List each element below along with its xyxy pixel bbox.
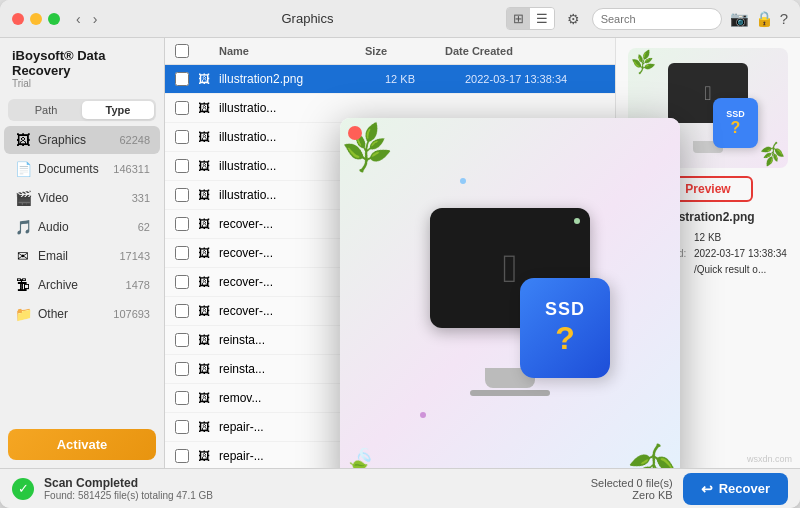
sidebar-count-video: 331 [132,192,150,204]
forward-button[interactable]: › [89,9,102,29]
row-checkbox[interactable] [175,72,189,86]
popup-close-button[interactable] [348,126,362,140]
audio-icon: 🎵 [14,218,32,236]
status-bar: ✓ Scan Completed Found: 581425 file(s) t… [0,468,800,508]
view-toggle: ⊞ ☰ [506,7,555,30]
ssd-illustration: SSD ? [520,278,610,378]
sidebar-label-documents: Documents [38,162,113,176]
row-checkbox[interactable] [175,420,189,434]
file-type-icon: 🖼 [195,128,213,146]
leaf-decoration-bl: 🍃 [343,442,379,468]
toolbar-icon-buttons: 📷 🔒 ? [730,10,788,28]
graphics-icon: 🖼 [14,131,32,149]
sidebar-count-audio: 62 [138,221,150,233]
dot-accent [460,178,466,184]
selected-files-count: Selected 0 file(s) [591,477,673,489]
search-input[interactable] [592,8,722,30]
sidebar-label-graphics: Graphics [38,133,119,147]
email-icon: ✉ [14,247,32,265]
nav-buttons: ‹ › [72,9,101,29]
row-checkbox[interactable] [175,101,189,115]
leaf-small-br: 🌿 [759,139,787,167]
filter-button[interactable]: ⚙ [563,9,584,29]
info-icon-button[interactable]: 🔒 [755,10,774,28]
row-checkbox[interactable] [175,217,189,231]
file-type-icon: 🖼 [195,70,213,88]
leaf-decoration-br: 🌿 [623,438,680,468]
sidebar-item-documents[interactable]: 📄 Documents 146311 [4,155,160,183]
sidebar-item-email[interactable]: ✉ Email 17143 [4,242,160,270]
sidebar-item-other[interactable]: 📁 Other 107693 [4,300,160,328]
ssd-q-icon: ? [731,119,741,137]
row-checkbox[interactable] [175,246,189,260]
traffic-lights [12,13,60,25]
sidebar: iBoysoft® Data Recovery Trial Path Type … [0,38,165,468]
help-icon-button[interactable]: ? [780,10,788,28]
grid-view-button[interactable]: ⊞ [507,8,530,29]
sidebar-label-video: Video [38,191,132,205]
video-icon: 🎬 [14,189,32,207]
trial-badge: Trial [12,78,152,89]
selected-files-info: Selected 0 file(s) Zero KB [591,477,673,501]
file-size: 12 KB [385,73,465,85]
sidebar-count-documents: 146311 [113,163,150,175]
thumbnail-apple-icon:  [704,82,711,105]
popup-image-content: 🌿 🌿 🍃  SSD ? [340,118,680,468]
file-type-icon: 🖼 [195,360,213,378]
tab-path[interactable]: Path [10,101,82,119]
file-type-icon: 🖼 [195,99,213,117]
other-icon: 📁 [14,305,32,323]
row-checkbox[interactable] [175,333,189,347]
row-checkbox[interactable] [175,275,189,289]
file-type-icon: 🖼 [195,157,213,175]
camera-icon-button[interactable]: 📷 [730,10,749,28]
ssd-label: SSD [545,299,585,320]
file-type-icon: 🖼 [195,331,213,349]
table-row[interactable]: 🖼 illustration2.png 12 KB 2022-03-17 13:… [165,65,615,94]
select-all-checkbox[interactable] [175,44,189,58]
back-button[interactable]: ‹ [72,9,85,29]
sidebar-item-video[interactable]: 🎬 Video 331 [4,184,160,212]
file-type-icon: 🖼 [195,215,213,233]
title-bar: ‹ › Graphics ⊞ ☰ ⚙ 📷 🔒 ? [0,0,800,38]
row-checkbox[interactable] [175,449,189,463]
recover-label: Recover [719,481,770,496]
file-type-icon: 🖼 [195,273,213,291]
scan-complete-label: Scan Completed [44,476,581,490]
row-checkbox[interactable] [175,188,189,202]
sidebar-item-archive[interactable]: 🗜 Archive 1478 [4,271,160,299]
file-type-icon: 🖼 [195,447,213,465]
sidebar-item-audio[interactable]: 🎵 Audio 62 [4,213,160,241]
row-checkbox[interactable] [175,391,189,405]
selected-files-size: Zero KB [591,489,673,501]
file-type-icon: 🖼 [195,389,213,407]
tab-type[interactable]: Type [82,101,154,119]
close-button[interactable] [12,13,24,25]
row-checkbox[interactable] [175,304,189,318]
file-type-icon: 🖼 [195,302,213,320]
size-value: 12 KB [694,230,721,246]
scan-text: Scan Completed Found: 581425 file(s) tot… [44,476,581,501]
activate-button[interactable]: Activate [8,429,156,460]
recover-button[interactable]: ↩ Recover [683,473,788,505]
imac-illustration:  SSD ? [410,208,610,408]
row-checkbox[interactable] [175,362,189,376]
list-view-button[interactable]: ☰ [530,8,554,29]
documents-icon: 📄 [14,160,32,178]
row-checkbox[interactable] [175,130,189,144]
sidebar-item-graphics[interactable]: 🖼 Graphics 62248 [4,126,160,154]
sidebar-items: 🖼 Graphics 62248 📄 Documents 146311 🎬 Vi… [0,125,164,421]
minimize-button[interactable] [30,13,42,25]
window-title: Graphics [109,11,505,26]
sidebar-label-archive: Archive [38,278,126,292]
row-checkbox[interactable] [175,159,189,173]
maximize-button[interactable] [48,13,60,25]
date-value: 2022-03-17 13:38:34 [694,246,787,262]
sidebar-header: iBoysoft® Data Recovery Trial [0,38,164,95]
file-type-icon: 🖼 [195,418,213,436]
file-date: 2022-03-17 13:38:34 [465,73,605,85]
column-header-date: Date Created [445,45,585,57]
file-name: illustration2.png [219,72,385,86]
sidebar-count-archive: 1478 [126,279,150,291]
scan-detail-label: Found: 581425 file(s) totaling 47.1 GB [44,490,581,501]
